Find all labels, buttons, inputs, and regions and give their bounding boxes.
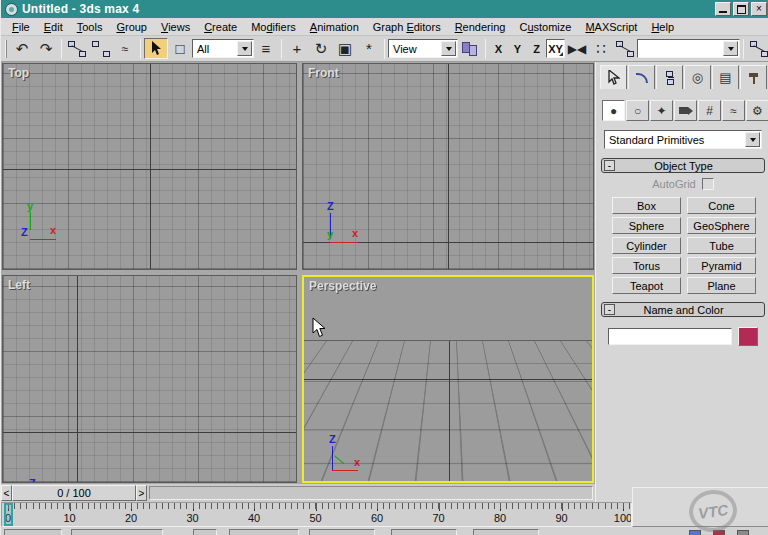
create-cylinder-button[interactable]: Cylinder — [612, 237, 681, 254]
menu-group[interactable]: Group — [109, 19, 154, 35]
close-button[interactable]: × — [751, 2, 767, 16]
viewport-label: Top — [8, 66, 29, 80]
unlink-selection-button[interactable] — [89, 38, 113, 59]
axis-line — [77, 276, 78, 482]
collapse-icon[interactable]: - — [604, 160, 615, 171]
viewport-perspective[interactable]: Perspective Z x — [302, 275, 594, 483]
category-shapes-button[interactable]: ○ — [626, 100, 649, 121]
create-geosphere-button[interactable]: GeoSphere — [687, 217, 756, 234]
status-field — [193, 529, 217, 535]
bind-to-spacewarp-button[interactable]: ≈ — [113, 38, 137, 59]
object-category-dropdown[interactable]: Standard Primitives — [604, 130, 762, 149]
time-slider-handle[interactable]: 0 / 100 — [12, 485, 136, 501]
align-button[interactable] — [613, 38, 637, 59]
status-field — [71, 529, 163, 535]
rectangular-selection-region-button[interactable]: □ — [168, 38, 192, 59]
tick-label: 40 — [248, 512, 260, 524]
restrict-x-button[interactable]: X — [489, 39, 508, 58]
status-field — [229, 529, 299, 535]
toolbar-separator — [743, 39, 744, 59]
select-and-scale-button[interactable]: ▣ — [333, 38, 357, 59]
category-helpers-button[interactable]: # — [698, 100, 721, 121]
tab-create[interactable] — [600, 65, 627, 89]
select-and-link-button[interactable] — [65, 38, 89, 59]
link-icon — [68, 41, 86, 57]
axis-line — [449, 341, 450, 481]
create-sphere-button[interactable]: Sphere — [612, 217, 681, 234]
menu-maxscript[interactable]: MAXScript — [578, 19, 644, 35]
mirror-button[interactable]: ▶◀ — [565, 38, 589, 59]
axis-line — [150, 64, 151, 269]
menu-animation[interactable]: Animation — [303, 19, 366, 35]
dropdown-arrow-icon[interactable] — [237, 41, 252, 56]
array-button[interactable]: ∷ — [589, 38, 613, 59]
object-name-input[interactable] — [608, 328, 732, 345]
select-by-name-button[interactable]: ≡ — [254, 38, 278, 59]
create-teapot-button[interactable]: Teapot — [612, 277, 681, 294]
autogrid-label: AutoGrid — [652, 178, 695, 190]
category-systems-button[interactable]: ⚙ — [746, 100, 768, 121]
menu-file[interactable]: File — [5, 19, 37, 35]
tab-utilities[interactable] — [740, 65, 767, 89]
status-field — [391, 529, 457, 535]
rollout-name-and-color[interactable]: - Name and Color — [601, 302, 765, 317]
restrict-z-button[interactable]: Z — [527, 39, 546, 58]
dropdown-arrow-icon[interactable] — [441, 41, 456, 56]
select-and-move-button[interactable]: + — [285, 38, 309, 59]
menu-graph-editors[interactable]: Graph Editors — [366, 19, 448, 35]
category-cameras-button[interactable] — [674, 100, 697, 121]
select-object-button[interactable] — [144, 38, 168, 59]
viewport-front[interactable]: Front Z y x — [302, 63, 594, 270]
reference-coordinate-system-dropdown[interactable]: View — [388, 39, 458, 58]
create-box-button[interactable]: Box — [612, 197, 681, 214]
use-pivot-point-center-button[interactable] — [458, 38, 482, 59]
time-slider-track[interactable] — [149, 486, 593, 500]
menu-help[interactable]: Help — [644, 19, 681, 35]
tab-display[interactable]: ▤ — [712, 65, 739, 89]
restrict-xy-plane-button[interactable]: XY — [546, 39, 565, 58]
menu-create[interactable]: Create — [197, 19, 244, 35]
collapse-icon[interactable]: - — [604, 304, 615, 315]
autogrid-checkbox[interactable] — [702, 178, 714, 190]
modify-arc-icon — [636, 73, 648, 83]
menu-modifiers[interactable]: Modifiers — [244, 19, 303, 35]
selection-filter-dropdown[interactable]: All — [192, 39, 254, 58]
category-geometry-button[interactable]: ● — [602, 100, 625, 121]
current-frame-marker[interactable] — [4, 503, 13, 526]
menu-tools[interactable]: Tools — [70, 19, 110, 35]
previous-frame-button[interactable]: < — [1, 485, 12, 501]
viewport-left[interactable]: Left Z x — [2, 275, 297, 483]
create-pyramid-button[interactable]: Pyramid — [687, 257, 756, 274]
object-color-swatch[interactable] — [738, 327, 758, 346]
viewport-top[interactable]: Top y Z x — [2, 63, 297, 270]
category-spacewarps-button[interactable]: ≈ — [722, 100, 745, 121]
tab-hierarchy[interactable] — [656, 65, 683, 89]
rollout-object-type[interactable]: - Object Type — [601, 158, 765, 173]
redo-button[interactable]: ↷ — [34, 38, 58, 59]
restrict-y-button[interactable]: Y — [508, 39, 527, 58]
create-tube-button[interactable]: Tube — [687, 237, 756, 254]
menu-edit[interactable]: Edit — [37, 19, 70, 35]
open-schematic-view-button[interactable] — [747, 38, 768, 59]
undo-button[interactable]: ↶ — [10, 38, 34, 59]
restore-button[interactable] — [733, 2, 749, 16]
tab-motion[interactable]: ◎ — [684, 65, 711, 89]
select-and-manipulate-button[interactable]: * — [357, 38, 381, 59]
category-lights-button[interactable]: ✦ — [650, 100, 673, 121]
create-cone-button[interactable]: Cone — [687, 197, 756, 214]
tick-label: 20 — [125, 512, 137, 524]
menu-views[interactable]: Views — [154, 19, 197, 35]
menu-rendering[interactable]: Rendering — [448, 19, 513, 35]
command-panel: ◎ ▤ ● ○ ✦ # ≈ ⚙ Standard Primitives - Ob… — [595, 62, 768, 535]
dropdown-arrow-icon[interactable] — [745, 132, 760, 147]
tab-modify[interactable] — [628, 65, 655, 89]
next-frame-button[interactable]: > — [136, 485, 147, 501]
track-bar[interactable]: 0102030405060708090100 — [1, 502, 632, 527]
dropdown-arrow-icon[interactable] — [723, 41, 738, 56]
select-and-rotate-button[interactable]: ↻ — [309, 38, 333, 59]
minimize-button[interactable] — [715, 2, 731, 16]
create-plane-button[interactable]: Plane — [687, 277, 756, 294]
named-selection-sets-dropdown[interactable] — [637, 39, 740, 58]
menu-customize[interactable]: Customize — [512, 19, 578, 35]
create-torus-button[interactable]: Torus — [612, 257, 681, 274]
